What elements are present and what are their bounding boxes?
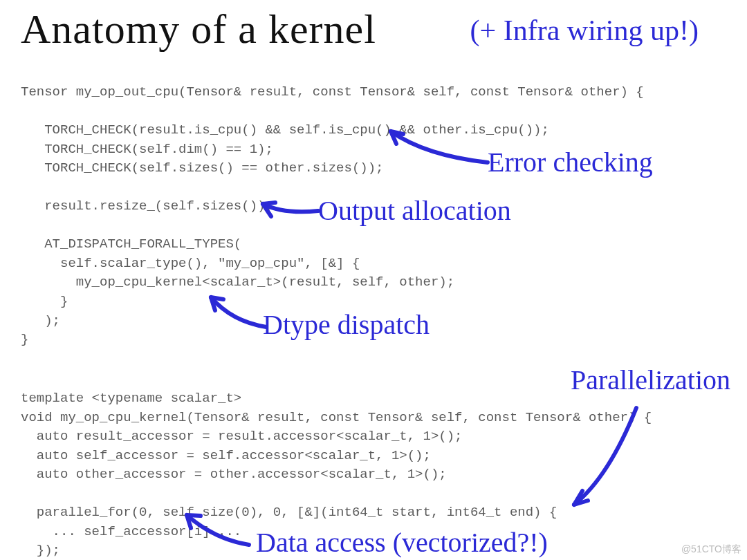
annotation-error-checking: Error checking [488,149,653,176]
annotation-data-access: Data access (vectorized?!) [256,529,548,557]
annotation-parallelization: Parallelization [571,366,730,394]
watermark: @51CTO博客 [681,543,741,556]
annotation-output-allocation: Output allocation [318,197,511,225]
annotation-dtype-dispatch: Dtype dispatch [263,311,430,339]
page-title: Anatomy of a kernel [21,6,376,53]
page-subtitle: (+ Infra wiring up!) [470,14,699,47]
diagram-canvas: Anatomy of a kernel (+ Infra wiring up!)… [0,0,747,560]
